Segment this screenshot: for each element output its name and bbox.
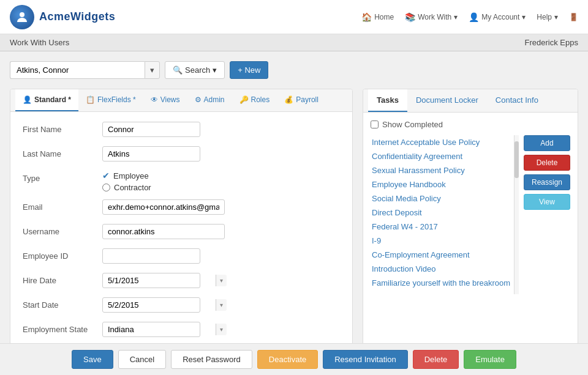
username-field [102, 224, 340, 239]
last-name-input[interactable] [102, 146, 200, 162]
task-list: Internet Acceptable Use PolicyConfidenti… [371, 135, 514, 294]
show-completed-row: Show Completed [371, 120, 570, 129]
email-input[interactable] [102, 199, 225, 215]
right-panel: Tasks Document Locker Contact Info Show … [363, 89, 578, 375]
save-button[interactable]: Save [72, 350, 113, 369]
hire-date-input[interactable] [103, 273, 216, 288]
tab-standard[interactable]: 👤 Standard * [15, 89, 78, 111]
sub-header: Work With Users Frederick Epps [0, 34, 588, 51]
hire-date-field: ▾ [102, 273, 340, 288]
new-button[interactable]: + New [230, 61, 268, 79]
list-item[interactable]: I-9 [371, 234, 514, 248]
top-header: AcmeWidgets 🏠 Home 📚 Work With ▾ 👤 My Ac… [0, 0, 588, 34]
type-label: Type [23, 171, 102, 183]
form-content: First Name Last Name Type [10, 112, 352, 375]
tab-views[interactable]: 👁 Views [143, 89, 187, 111]
scrollbar-track[interactable] [514, 135, 519, 294]
checkmark-icon: ✔ [102, 171, 110, 180]
employee-option[interactable]: ✔ Employee [102, 171, 340, 180]
hire-date-select[interactable]: ▾ [102, 273, 200, 288]
start-date-input[interactable] [103, 298, 216, 312]
show-completed-checkbox[interactable] [371, 121, 379, 128]
resend-invitation-button[interactable]: Resend Invitation [323, 350, 407, 369]
search-icon: 🔍 [173, 65, 183, 75]
left-panel: 👤 Standard * 📋 FlexFields * 👁 Views ⚙ Ad… [10, 89, 353, 375]
list-item[interactable]: Introduction Video [371, 262, 514, 276]
top-nav: 🏠 Home 📚 Work With ▾ 👤 My Account ▾ Help… [361, 12, 578, 22]
list-item[interactable]: Direct Deposit [371, 206, 514, 220]
first-name-input[interactable] [102, 122, 200, 137]
list-item[interactable]: Social Media Policy [371, 191, 514, 206]
nav-help[interactable]: Help ▾ [537, 13, 558, 21]
list-item[interactable]: Employee Handbook [371, 177, 514, 191]
deactivate-button[interactable]: Deactivate [257, 350, 318, 369]
panels: 👤 Standard * 📋 FlexFields * 👁 Views ⚙ Ad… [10, 89, 578, 375]
list-item[interactable]: Internet Acceptable Use Policy [371, 135, 514, 149]
nav-my-account[interactable]: 👤 My Account ▾ [469, 12, 526, 22]
employment-state-label: Employment State [23, 322, 102, 334]
first-name-field [102, 122, 340, 137]
right-tab-contact-info[interactable]: Contact Info [487, 89, 547, 112]
emulate-button[interactable]: Emulate [464, 350, 516, 369]
type-field: ✔ Employee Contractor [102, 171, 340, 192]
start-date-field: ▾ [102, 297, 340, 313]
footer: Save Cancel Reset Password Deactivate Re… [0, 343, 588, 375]
chevron-down-icon: ▾ [522, 13, 526, 21]
payroll-icon: 💰 [284, 95, 293, 104]
tab-payroll[interactable]: 💰 Payroll [277, 89, 326, 111]
nav-home[interactable]: 🏠 Home [361, 12, 394, 22]
right-tab-tasks[interactable]: Tasks [368, 89, 407, 112]
list-item[interactable]: Federal W4 - 2017 [371, 220, 514, 234]
employee-id-input[interactable] [102, 248, 200, 264]
tab-admin[interactable]: ⚙ Admin [187, 89, 232, 111]
reset-password-button[interactable]: Reset Password [171, 350, 252, 369]
list-item[interactable]: Sexual Harassment Policy [371, 163, 514, 177]
start-date-row: Start Date ▾ [23, 297, 340, 314]
right-tab-document-locker[interactable]: Document Locker [407, 89, 487, 112]
start-date-select[interactable]: ▾ [102, 297, 200, 313]
hire-date-row: Hire Date ▾ [23, 273, 340, 290]
left-tabs: 👤 Standard * 📋 FlexFields * 👁 Views ⚙ Ad… [10, 89, 352, 112]
search-button[interactable]: 🔍 Search ▾ [165, 61, 225, 79]
list-item[interactable]: Co-Employment Agreement [371, 248, 514, 262]
logo-icon [10, 5, 34, 29]
tab-roles[interactable]: 🔑 Roles [232, 89, 277, 111]
scrollbar-thumb[interactable] [514, 141, 519, 178]
email-field [102, 199, 340, 215]
list-item[interactable]: Familiarize yourself with the breakroom [371, 276, 514, 290]
last-name-label: Last Name [23, 146, 102, 158]
view-button[interactable]: View [524, 194, 570, 210]
tab-flexfields[interactable]: 📋 FlexFields * [78, 89, 143, 111]
delete-task-button[interactable]: Delete [524, 155, 570, 171]
delete-button[interactable]: Delete [413, 350, 459, 369]
nav-logout[interactable]: 🚪 [569, 13, 578, 21]
nav-work-with[interactable]: 📚 Work With ▾ [405, 12, 458, 22]
cancel-button[interactable]: Cancel [118, 350, 166, 369]
breadcrumb: Work With Users [10, 38, 69, 47]
employment-state-select[interactable]: ▾ [102, 322, 200, 337]
employment-state-input[interactable] [103, 322, 216, 336]
search-input-group: ▾ [10, 61, 160, 79]
action-buttons: Add Delete Reassign View [519, 135, 570, 294]
employee-id-field [102, 248, 340, 264]
person-icon: 👤 [23, 95, 32, 104]
svg-point-0 [20, 12, 24, 17]
reassign-button[interactable]: Reassign [524, 174, 570, 190]
email-label: Email [23, 199, 102, 212]
admin-icon: ⚙ [195, 95, 202, 104]
right-tabs: Tasks Document Locker Contact Info [363, 89, 578, 113]
employment-state-field: ▾ [102, 322, 340, 337]
search-input[interactable] [10, 61, 145, 79]
list-item[interactable]: Confidentiality Agreement [371, 149, 514, 163]
contractor-option[interactable]: Contractor [102, 183, 340, 192]
employment-state-row: Employment State ▾ [23, 322, 340, 339]
views-icon: 👁 [151, 95, 158, 104]
add-button[interactable]: Add [524, 135, 570, 151]
home-icon: 🏠 [361, 12, 372, 22]
username-input[interactable] [102, 224, 225, 239]
search-dropdown-button[interactable]: ▾ [145, 61, 160, 79]
tasks-and-actions: Internet Acceptable Use PolicyConfidenti… [371, 135, 570, 294]
contractor-radio[interactable] [102, 184, 110, 191]
list-item[interactable]: Test Math Task [371, 290, 514, 294]
username-row: Username [23, 224, 340, 241]
